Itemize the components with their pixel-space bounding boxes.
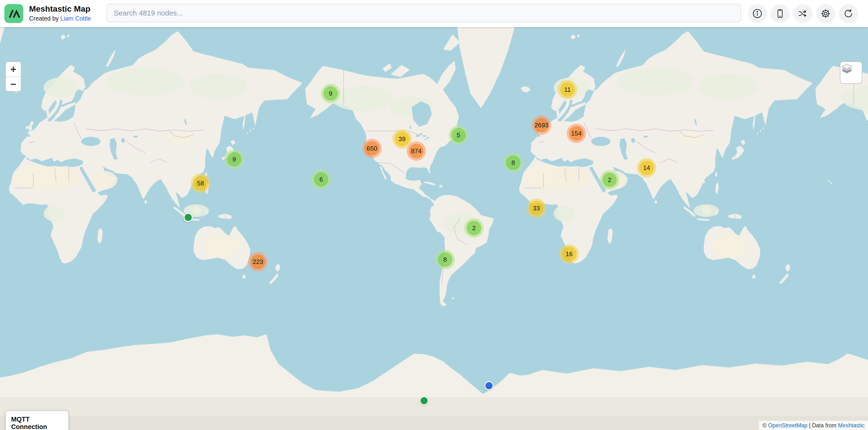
- openstreetmap-link[interactable]: OpenStreetMap: [768, 422, 807, 429]
- liam-cottle-link[interactable]: Liam Cottle: [60, 15, 91, 22]
- cluster-count: 154: [569, 126, 584, 141]
- smartphone-icon: [775, 8, 785, 19]
- info-icon: [752, 8, 763, 19]
- mqtt-connection-legend: MQTT Connection ConnectedDisconnected: [5, 410, 69, 430]
- cluster-count: 16: [562, 247, 577, 261]
- attribution-copyright: ©: [763, 422, 768, 429]
- legend-title: MQTT Connection: [11, 416, 63, 430]
- meshtastic-link[interactable]: Meshtastic: [838, 422, 865, 429]
- node-cluster-marker[interactable]: 2: [464, 219, 484, 238]
- zoom-out-button[interactable]: −: [6, 77, 21, 92]
- page-title: Meshtastic Map: [29, 3, 91, 14]
- cluster-count: 8: [506, 156, 521, 170]
- node-cluster-marker[interactable]: 874: [407, 141, 426, 161]
- node-marker-connected[interactable]: [184, 213, 193, 222]
- node-cluster-marker[interactable]: 58: [191, 174, 210, 193]
- mobile-app-button[interactable]: [771, 4, 789, 23]
- cluster-count: 2: [467, 221, 481, 235]
- cluster-count: 14: [640, 161, 654, 175]
- cluster-count: 9: [323, 86, 338, 101]
- cluster-count: 650: [365, 141, 379, 156]
- settings-button[interactable]: [816, 4, 835, 23]
- node-cluster-marker[interactable]: 14: [637, 158, 656, 177]
- cluster-count: 5: [451, 128, 466, 142]
- node-cluster-marker[interactable]: 2: [600, 170, 619, 190]
- shuffle-button[interactable]: [794, 4, 812, 23]
- refresh-icon: [843, 8, 854, 19]
- node-cluster-marker[interactable]: 16: [559, 244, 579, 264]
- meshtastic-logo: [4, 4, 23, 23]
- node-marker-disconnected[interactable]: [485, 381, 494, 390]
- map-canvas[interactable]: + − 939650874511269315482143316289586223…: [0, 27, 868, 430]
- node-cluster-marker[interactable]: 223: [248, 252, 268, 271]
- cluster-count: 223: [251, 255, 265, 269]
- cluster-count: 9: [227, 152, 242, 167]
- cluster-count: 33: [529, 201, 544, 216]
- credit-line: Created by Liam Cottle: [29, 14, 91, 23]
- node-cluster-marker[interactable]: 9: [321, 84, 340, 103]
- node-cluster-marker[interactable]: 5: [449, 125, 468, 145]
- cluster-count: 58: [193, 176, 208, 191]
- node-cluster-marker[interactable]: 8: [435, 250, 455, 269]
- cluster-count: 6: [314, 172, 329, 187]
- info-button[interactable]: [748, 4, 767, 23]
- cluster-count: 11: [560, 82, 575, 97]
- node-marker-connected[interactable]: [420, 396, 429, 405]
- attribution-separator: | Data from: [807, 422, 838, 429]
- zoom-control: + −: [5, 62, 21, 92]
- node-cluster-marker[interactable]: 6: [311, 170, 331, 189]
- gear-icon: [820, 8, 831, 19]
- meshtastic-logo-icon: [7, 7, 20, 20]
- cluster-count: 2: [602, 173, 617, 187]
- node-cluster-marker[interactable]: 8: [503, 153, 523, 172]
- cluster-count: 2693: [534, 118, 549, 132]
- node-cluster-marker[interactable]: 9: [224, 150, 244, 169]
- cluster-count: 39: [395, 132, 409, 146]
- refresh-button[interactable]: [839, 4, 858, 23]
- shuffle-icon: [798, 8, 808, 19]
- cluster-count: 8: [438, 252, 453, 267]
- node-cluster-marker[interactable]: 2693: [532, 115, 551, 135]
- map-attribution: © OpenStreetMap | Data from Meshtastic: [759, 421, 868, 430]
- node-cluster-marker[interactable]: 650: [362, 139, 382, 158]
- node-cluster-marker[interactable]: 33: [527, 199, 546, 218]
- zoom-in-button[interactable]: +: [6, 62, 21, 76]
- cluster-count: 874: [409, 144, 424, 158]
- world-map: [0, 27, 868, 430]
- credit-prefix: Created by: [29, 15, 60, 22]
- node-cluster-marker[interactable]: 11: [558, 80, 577, 99]
- layers-icon: [840, 62, 854, 75]
- app-header: Meshtastic Map Created by Liam Cottle: [0, 0, 868, 27]
- node-cluster-marker[interactable]: 154: [567, 124, 586, 143]
- layers-control[interactable]: [840, 62, 862, 84]
- search-input[interactable]: [106, 4, 741, 22]
